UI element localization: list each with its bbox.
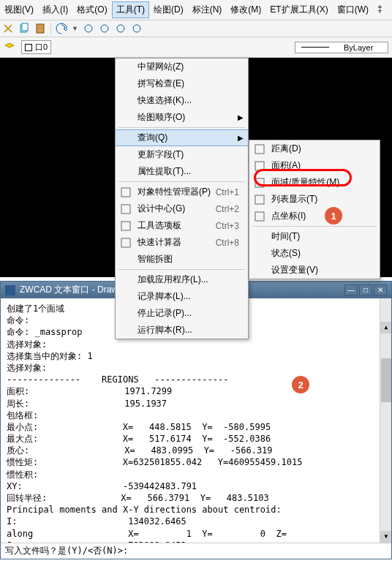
svg-rect-15 <box>255 212 264 221</box>
menu-7[interactable]: ET扩展工具(X) <box>265 1 332 18</box>
submenu-arrow-icon: ▶ <box>238 134 244 142</box>
scroll-thumb[interactable] <box>381 358 391 402</box>
svg-rect-14 <box>255 195 264 204</box>
paste-icon[interactable] <box>34 23 46 34</box>
menu-item-label: 智能拆图 <box>137 253 173 265</box>
menu-item-label: 时间(T) <box>271 230 300 243</box>
annotation-badge-1: 1 <box>325 207 342 224</box>
maximize-button[interactable]: □ <box>359 284 372 295</box>
tools-menu-item-3[interactable]: 绘图顺序(O)▶ <box>116 109 248 126</box>
menu-8[interactable]: 窗口(W) <box>333 1 373 18</box>
query-submenu-item-0[interactable]: 距离(D) <box>249 140 380 157</box>
svg-rect-10 <box>121 238 130 247</box>
tools-menu-item-5[interactable]: 更新字段(T) <box>116 146 248 163</box>
query-submenu-item-1[interactable]: 面积(A) <box>249 157 380 174</box>
tools-menu-item-0[interactable]: 中望网站(Z) <box>116 59 248 75</box>
query-submenu-item-7[interactable]: 设置变量(V) <box>249 262 380 279</box>
command-prompt: 写入文件吗？是(Y)/<否(N)>: <box>5 545 128 557</box>
scrollbar[interactable]: ▲ ▼ <box>380 298 391 543</box>
menu-separator <box>252 226 377 227</box>
menu-4[interactable]: 绘图(D) <box>149 1 188 18</box>
tools-menu-item-7[interactable]: 对象特性管理器(P)Ctrl+1 <box>116 184 248 200</box>
tools-menu: 中望网站(Z)拼写检查(E)快速选择(K)...绘图顺序(O)▶查询(Q)▶更新… <box>115 58 249 339</box>
scroll-down-icon[interactable]: ▼ <box>380 531 391 543</box>
tools-menu-item-4[interactable]: 查询(Q)▶ <box>116 129 248 146</box>
svg-rect-11 <box>255 145 264 154</box>
search-icon[interactable] <box>131 23 143 34</box>
menu-item-label: 工具选项板 <box>137 219 181 232</box>
menu-3[interactable]: 工具(T) <box>112 1 149 18</box>
help-icon[interactable] <box>115 23 127 34</box>
annotation-badge-2: 2 <box>292 376 309 393</box>
query-submenu-item-4[interactable]: 点坐标(I) <box>249 208 380 224</box>
svg-point-4 <box>101 25 108 32</box>
menu-9[interactable]: ‡ <box>373 1 387 18</box>
command-input[interactable] <box>128 545 387 557</box>
scroll-up-icon[interactable]: ▲ <box>380 322 391 333</box>
menu-item-label: 绘图顺序(O) <box>137 111 185 124</box>
tools-menu-item-9[interactable]: 工具选项板Ctrl+3 <box>116 217 248 234</box>
query-submenu-item-2[interactable]: 面域/质量特性(M) <box>249 174 380 191</box>
menu-item-label: 更新字段(T) <box>137 148 184 161</box>
menu-item-label: 距离(D) <box>271 143 301 155</box>
cut-icon[interactable] <box>2 23 14 34</box>
brush-icon[interactable] <box>83 23 94 34</box>
menu-shortcut: Ctrl+1 <box>216 187 239 197</box>
menu-0[interactable]: 视图(V) <box>0 1 38 18</box>
menu-item-label: 快速选择(K)... <box>137 94 192 107</box>
text-window: ZWCAD 文本窗口 - Drawing1 — □ ✕ 创建了1个面域 命令: … <box>0 281 392 559</box>
menu-6[interactable]: 修改(M) <box>226 1 265 18</box>
menu-item-icon <box>120 220 132 232</box>
undo-icon[interactable] <box>56 23 67 34</box>
menu-item-label: 属性提取(T)... <box>137 165 191 178</box>
menu-item-label: 面积(A) <box>271 159 301 172</box>
menu-item-label: 查询(Q) <box>137 132 167 144</box>
menu-2[interactable]: 格式(O) <box>72 1 111 18</box>
svg-rect-13 <box>255 178 264 187</box>
tools-menu-item-12[interactable]: 加载应用程序(L)... <box>116 271 248 288</box>
tools-menu-item-6[interactable]: 属性提取(T)... <box>116 163 248 180</box>
app-icon <box>5 285 15 295</box>
command-input-row: 写入文件吗？是(Y)/<否(N)>: <box>1 543 391 559</box>
drawing-canvas[interactable]: 中望网站(Z)拼写检查(E)快速选择(K)...绘图顺序(O)▶查询(Q)▶更新… <box>0 58 392 277</box>
svg-rect-12 <box>255 162 264 170</box>
format-icon[interactable] <box>99 23 110 34</box>
layer-value: 口0 <box>35 42 48 53</box>
text-window-output: 创建了1个面域 命令: 命令: _massprop 选择对象: 选择集当中的对象… <box>1 298 391 543</box>
menu-5[interactable]: 标注(N) <box>188 1 227 18</box>
layer-icon[interactable] <box>4 42 15 53</box>
toolbar: ▼ <box>0 20 392 37</box>
layer-select[interactable]: 口0 <box>21 40 51 54</box>
menu-1[interactable]: 插入(I) <box>38 1 72 18</box>
tools-menu-item-10[interactable]: 快速计算器Ctrl+8 <box>116 234 248 251</box>
menu-shortcut: Ctrl+3 <box>216 221 239 231</box>
menu-item-icon <box>254 211 265 222</box>
svg-rect-9 <box>121 222 130 230</box>
layer-color-swatch <box>25 44 32 51</box>
query-submenu-item-5[interactable]: 时间(T) <box>249 228 380 245</box>
chevron-down-icon[interactable]: ▼ <box>72 25 78 32</box>
menu-item-icon <box>254 160 265 172</box>
tools-menu-item-8[interactable]: 设计中心(G)Ctrl+2 <box>116 200 248 217</box>
tools-menu-item-2[interactable]: 快速选择(K)... <box>116 92 248 109</box>
menu-separator <box>118 269 245 270</box>
svg-point-5 <box>117 25 124 32</box>
linetype-select[interactable]: ByLayer <box>295 42 388 53</box>
menu-item-label: 设置变量(V) <box>271 264 318 276</box>
query-submenu-item-6[interactable]: 状态(S) <box>249 245 380 262</box>
query-submenu-item-3[interactable]: 列表显示(T) <box>249 191 380 208</box>
menubar: 视图(V)插入(I)格式(O)工具(T)绘图(D)标注(N)修改(M)ET扩展工… <box>0 0 392 20</box>
menu-item-label: 列表显示(T) <box>271 193 317 205</box>
svg-rect-8 <box>121 205 130 214</box>
svg-rect-2 <box>37 24 44 33</box>
property-bar: 口0 ByLayer <box>0 37 392 58</box>
tools-menu-item-11[interactable]: 智能拆图 <box>116 251 248 268</box>
close-button[interactable]: ✕ <box>374 284 387 295</box>
menu-item-label: 点坐标(I) <box>271 210 306 222</box>
tools-menu-item-1[interactable]: 拼写检查(E) <box>116 75 248 92</box>
minimize-button[interactable]: — <box>344 284 358 295</box>
copy-icon[interactable] <box>18 23 30 34</box>
svg-point-6 <box>133 25 140 32</box>
menu-item-icon <box>120 203 132 215</box>
menu-item-icon <box>120 186 132 198</box>
